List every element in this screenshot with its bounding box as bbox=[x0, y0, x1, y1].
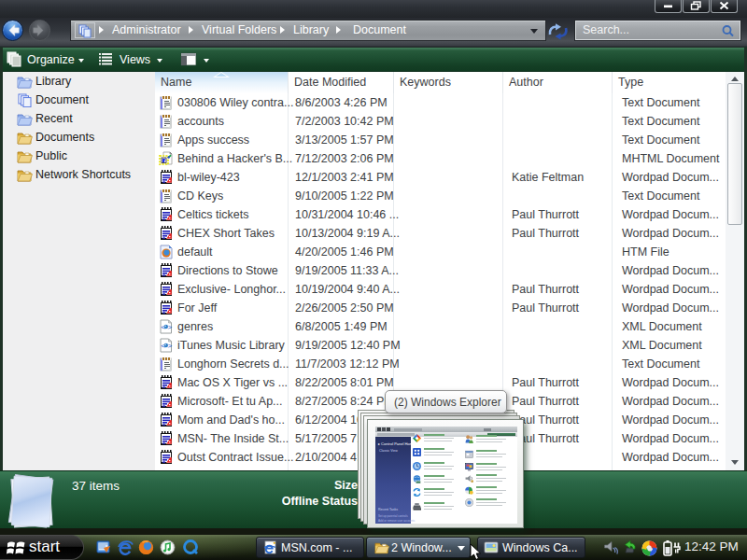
svg-text:>: > bbox=[167, 342, 172, 350]
svg-text:>: > bbox=[167, 323, 172, 331]
